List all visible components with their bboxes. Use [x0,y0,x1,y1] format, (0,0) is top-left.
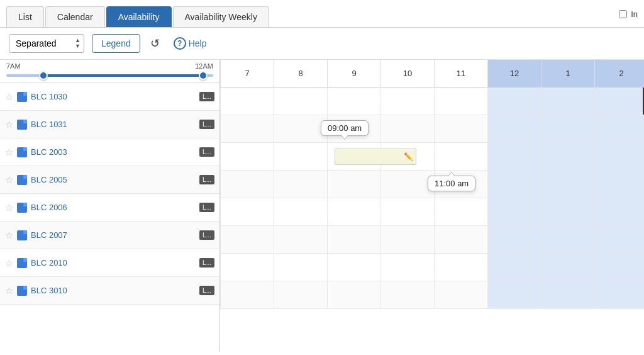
cal-cell[interactable] [274,281,327,308]
cal-cell[interactable] [434,115,487,142]
cal-cell[interactable] [594,143,644,170]
tag-button[interactable]: L... [199,92,214,101]
cal-cell[interactable] [541,281,594,308]
cal-cell[interactable] [220,87,274,115]
cal-cell[interactable] [434,226,487,253]
tab-calendar[interactable]: Calendar [45,6,105,27]
cal-cell[interactable] [434,143,487,170]
cal-cell[interactable] [594,226,644,253]
inline-checkbox[interactable] [619,10,627,18]
cal-cell[interactable] [274,171,327,198]
cal-cell[interactable] [380,198,434,225]
cal-cell[interactable] [541,171,594,198]
star-icon[interactable]: ☆ [5,119,13,130]
cal-cell[interactable] [380,254,434,281]
cal-cell[interactable] [220,281,274,308]
cal-cell[interactable] [380,281,434,308]
slider-thumb-left[interactable] [39,71,48,80]
tab-list[interactable]: List [6,6,44,27]
cal-cell[interactable] [487,226,541,253]
cal-cell[interactable] [380,226,434,253]
cal-cell[interactable] [220,143,274,170]
cal-cell[interactable] [274,254,327,281]
cal-cell[interactable] [274,226,327,253]
cal-cell[interactable] [327,87,380,115]
cal-cell[interactable] [327,171,380,198]
cal-cell[interactable] [434,254,487,281]
cal-cell[interactable] [327,281,380,308]
cal-cell[interactable] [487,281,541,308]
star-icon[interactable]: ☆ [5,202,13,213]
cal-cell[interactable] [594,281,644,308]
cal-cell[interactable] [327,198,380,225]
resource-name[interactable]: BLC 2003 [31,147,199,157]
star-icon[interactable]: ☆ [5,285,13,296]
resource-name[interactable]: BLC 2006 [31,203,199,212]
cal-cell[interactable] [541,115,594,142]
cal-cell[interactable] [274,87,327,115]
star-icon[interactable]: ☆ [5,257,13,269]
separator-select[interactable]: Separated Combined [9,34,84,53]
cal-cell[interactable] [220,115,274,142]
slider-thumb-right[interactable] [199,71,208,80]
right-panel: 7 8 9 10 11 12 1 2 [220,60,644,352]
help-button[interactable]: ? Help [170,35,211,52]
resource-name[interactable]: BLC 1030 [31,92,199,101]
tab-availability[interactable]: Availability [106,6,172,27]
star-icon[interactable]: ☆ [5,174,13,186]
cal-cell[interactable] [487,198,541,225]
tag-button[interactable]: L... [199,258,214,268]
cal-cell[interactable] [380,115,434,142]
tag-button[interactable]: L... [199,175,214,184]
cal-cell[interactable] [487,254,541,281]
cal-cell[interactable] [274,143,327,170]
cal-cell[interactable] [541,143,594,170]
cal-cell[interactable] [541,198,594,225]
resource-name[interactable]: BLC 1031 [31,120,199,129]
cal-cell[interactable] [487,87,541,115]
event-block[interactable]: ✏️ [335,149,416,165]
cal-cell[interactable] [220,171,274,198]
cal-cell[interactable] [274,115,327,142]
calendar-body: ✏️ 09:00 am 11:00 am [220,87,644,352]
star-icon[interactable]: ☆ [5,147,13,158]
cal-cell[interactable] [487,143,541,170]
star-icon[interactable]: ☆ [5,91,13,103]
cal-cell[interactable] [594,171,644,198]
refresh-button[interactable]: ↺ [148,34,162,53]
cal-cell[interactable] [327,226,380,253]
cal-cell[interactable] [434,198,487,225]
resource-name[interactable]: BLC 2005 [31,175,199,184]
cal-cell[interactable] [220,198,274,225]
cal-cell[interactable] [594,254,644,281]
cal-cell[interactable] [327,254,380,281]
star-icon[interactable]: ☆ [5,230,13,241]
cal-cell[interactable] [487,171,541,198]
cal-cell[interactable] [380,87,434,115]
cal-cell[interactable] [434,281,487,308]
cal-cell[interactable] [434,87,487,115]
tab-availability-weekly[interactable]: Availability Weekly [173,6,269,27]
tag-button[interactable]: L... [199,147,214,157]
cal-cell[interactable] [380,171,434,198]
cal-cell[interactable] [487,115,541,142]
tag-button[interactable]: L... [199,120,214,129]
tag-button[interactable]: L... [199,230,214,240]
cal-cell[interactable] [541,254,594,281]
cal-cell[interactable] [220,226,274,253]
resource-name[interactable]: BLC 3010 [31,286,199,295]
time-slider-track[interactable] [6,71,213,80]
cal-cell[interactable] [274,198,327,225]
tag-button[interactable]: L... [199,203,214,212]
resource-name[interactable]: BLC 2010 [31,258,199,268]
cal-cell[interactable] [594,198,644,225]
slider-fill [43,74,203,77]
cal-cell[interactable] [541,226,594,253]
resource-name[interactable]: BLC 2007 [31,230,199,240]
cal-cell[interactable] [594,87,644,115]
tag-button[interactable]: L... [199,286,214,295]
cal-cell[interactable] [594,115,644,142]
cal-cell[interactable] [220,254,274,281]
legend-button[interactable]: Legend [92,34,140,53]
cal-cell[interactable] [541,87,594,115]
